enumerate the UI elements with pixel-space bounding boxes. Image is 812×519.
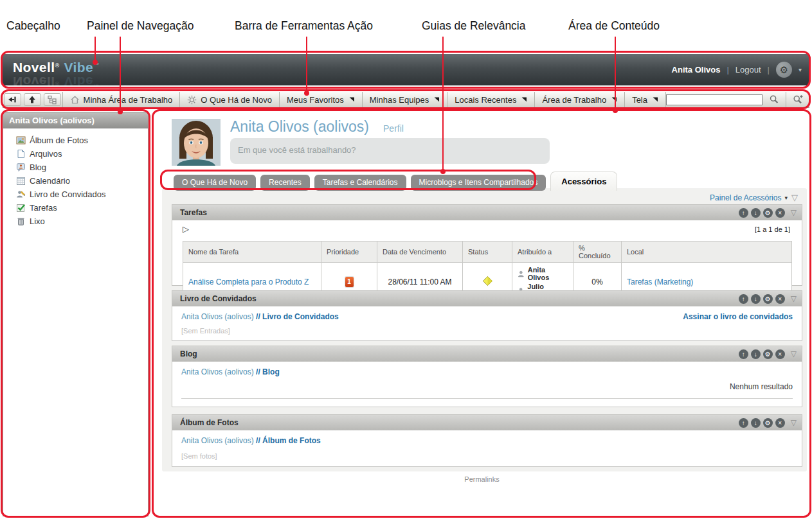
move-up-button[interactable]: ↑ — [739, 418, 748, 428]
blog-panel-title: Blog — [180, 349, 739, 358]
panel-close-button[interactable]: × — [775, 418, 785, 428]
toolbar-search-area — [666, 92, 809, 107]
home-icon — [70, 95, 80, 105]
panel-settings-button[interactable]: ⚙ — [763, 418, 773, 428]
breadcrumb-parent-link[interactable]: Anita Olivos (aolivos) — [181, 436, 254, 445]
sidebar-item-calendar[interactable]: Calendário — [3, 175, 148, 187]
logout-link[interactable]: Logout — [735, 65, 761, 75]
move-down-button[interactable]: ↓ — [751, 208, 761, 218]
person-icon — [518, 270, 525, 277]
guestbook-accessory-panel: Livro de Convidados ↑ ↓ ⚙ × ▽ Anita Oliv… — [172, 290, 802, 341]
accessory-panel-selector[interactable]: Painel de Acessórios ▾ — [710, 193, 788, 202]
panel-close-button[interactable]: × — [775, 294, 785, 304]
toolbar-item-whats-new[interactable]: O Que Há de Novo — [180, 92, 279, 107]
profile-link[interactable]: Perfil — [383, 123, 404, 134]
guestbook-empty-label: [Sem Entradas] — [181, 327, 230, 335]
tab-accessories[interactable]: Acessórios — [550, 172, 617, 191]
sidebar-item-tasks[interactable]: Tarefas — [3, 202, 148, 214]
sidebar-item-label: Álbum de Fotos — [30, 136, 88, 145]
navigation-panel: Anita Olivos (aolivos) Álbum de Fotos Ar… — [3, 112, 149, 516]
breadcrumb-current-link[interactable]: // Livro de Convidados — [256, 312, 339, 321]
breadcrumb-parent-link[interactable]: Anita Olivos (aolivos) — [181, 367, 254, 376]
accessory-panel-toolbar: Painel de Acessórios ▾ ▽ — [710, 193, 798, 202]
advanced-search-button[interactable] — [786, 92, 809, 107]
tree-expand-toggle[interactable]: ▷ — [183, 225, 189, 233]
tab-recent[interactable]: Recentes — [260, 175, 310, 191]
sidebar-item-photo-album[interactable]: Álbum de Fotos — [3, 134, 148, 146]
panel-settings-button[interactable]: ⚙ — [763, 208, 773, 218]
logo-vibe-text: Vibe — [64, 60, 93, 75]
blog-breadcrumb: Anita Olivos (aolivos) // Blog — [181, 367, 280, 376]
sidebar-workspace-title[interactable]: Anita Olivos (aolivos) — [3, 112, 148, 128]
move-down-button[interactable]: ↓ — [751, 349, 761, 359]
navigate-up-button[interactable] — [24, 93, 41, 106]
sidebar-item-trash[interactable]: Lixo — [3, 215, 148, 227]
panel-settings-button[interactable]: ⚙ — [763, 294, 773, 304]
collapse-region-icon[interactable]: ▽ — [791, 193, 798, 202]
file-icon — [16, 149, 26, 159]
task-name-link[interactable]: Análise Completa para o Produto Z — [188, 277, 309, 286]
toolbar-menu-favorites[interactable]: Meus Favoritos — [280, 92, 362, 107]
panel-settings-button[interactable]: ⚙ — [763, 349, 773, 359]
panel-controls: ↑ ↓ ⚙ × ▽ — [739, 349, 797, 359]
dropdown-caret-icon: ▾ — [784, 195, 788, 201]
toolbar-menu-recent-places[interactable]: Locais Recentes — [447, 92, 534, 107]
annotation-callout-line — [615, 37, 616, 110]
sidebar-item-label: Blog — [30, 163, 46, 172]
search-button[interactable] — [762, 92, 786, 107]
novell-vibe-logo: Novell®Vibe™ — [13, 60, 99, 75]
navigate-back-button[interactable] — [4, 93, 21, 106]
col-due-date: Data de Vencimento — [377, 242, 463, 263]
menu-dropdown-arrow-icon — [651, 96, 658, 103]
col-assigned-to: Atribuído a — [512, 242, 573, 263]
workspace-tree-button[interactable] — [44, 93, 61, 106]
annotation-label-nav-panel: Painel de Navegação — [87, 19, 194, 33]
tab-microblogs-shared[interactable]: Microblogs e Itens Compartilhados — [411, 175, 546, 191]
breadcrumb-current-link[interactable]: // Álbum de Fotos — [256, 436, 321, 445]
guestbook-breadcrumb: Anita Olivos (aolivos) // Livro de Convi… — [181, 312, 339, 321]
toolbar-menu-workspace[interactable]: Área de Trabalho — [535, 92, 624, 107]
photo-album-accessory-panel: Álbum de Fotos ↑ ↓ ⚙ × ▽ Anita Olivos (a… — [172, 414, 802, 467]
profile-avatar[interactable] — [172, 119, 221, 166]
header-user-name-link[interactable]: Anita Olivos — [672, 65, 721, 75]
panel-close-button[interactable]: × — [775, 349, 785, 359]
move-up-button[interactable]: ↑ — [739, 349, 748, 359]
photo-album-panel-header: Álbum de Fotos ↑ ↓ ⚙ × ▽ — [172, 415, 802, 430]
guestbook-person-pencil-icon — [16, 189, 26, 199]
sidebar-item-files[interactable]: Arquivos — [3, 148, 148, 160]
guestbook-panel-title: Livro de Convidados — [180, 294, 739, 303]
sidebar-item-guestbook[interactable]: Livro de Convidados — [3, 188, 148, 200]
panel-close-button[interactable]: × — [775, 208, 785, 218]
tab-whats-new[interactable]: O Que Há de Novo — [174, 175, 256, 191]
microblog-status-input[interactable] — [230, 138, 550, 164]
sign-guestbook-link[interactable]: Assinar o livro de convidados — [683, 312, 793, 321]
panel-collapse-icon[interactable]: ▽ — [791, 350, 797, 358]
settings-gear-button[interactable]: ⚙ — [776, 62, 792, 78]
search-input[interactable] — [666, 94, 762, 105]
toolbar-menu-view[interactable]: Tela — [625, 92, 665, 107]
toolbar-menu-label: Locais Recentes — [455, 95, 516, 105]
divider — [181, 398, 793, 399]
move-up-button[interactable]: ↑ — [739, 294, 748, 304]
sidebar-item-label: Lixo — [30, 216, 45, 226]
app-header: Novell®Vibe™ Novell®Vibe™ Anita Olivos |… — [3, 54, 809, 85]
advanced-search-icon — [793, 94, 804, 105]
panel-collapse-icon[interactable]: ▽ — [791, 295, 797, 303]
toolbar-menu-my-teams[interactable]: Minhas Equipes — [363, 92, 447, 107]
breadcrumb-current-link[interactable]: // Blog — [256, 367, 280, 376]
photo-album-breadcrumb: Anita Olivos (aolivos) // Álbum de Fotos — [181, 436, 321, 445]
sidebar-item-blog[interactable]: Blog — [3, 161, 148, 173]
panel-collapse-icon[interactable]: ▽ — [791, 419, 797, 427]
permalinks-link[interactable]: Permalinks — [154, 475, 809, 483]
move-down-button[interactable]: ↓ — [751, 418, 761, 428]
tab-tasks-calendars[interactable]: Tarefas e Calendários — [314, 175, 406, 191]
move-down-button[interactable]: ↓ — [751, 294, 761, 304]
move-up-button[interactable]: ↑ — [739, 208, 748, 218]
blog-accessory-panel: Blog ↑ ↓ ⚙ × ▽ Anita Olivos (aolivos) //… — [172, 346, 802, 407]
settings-caret-icon[interactable]: ▾ — [798, 66, 802, 73]
blog-bubble-icon — [16, 163, 26, 172]
panel-collapse-icon[interactable]: ▽ — [791, 209, 797, 216]
task-location-link[interactable]: Tarefas (Marketing) — [627, 277, 693, 286]
toolbar-item-my-workspace[interactable]: Minha Área de Trabalho — [63, 92, 180, 107]
breadcrumb-parent-link[interactable]: Anita Olivos (aolivos) — [181, 312, 254, 321]
